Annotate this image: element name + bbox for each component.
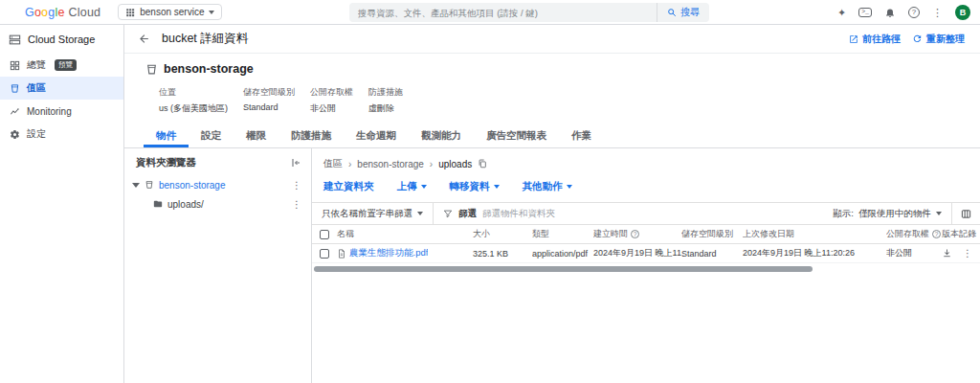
tab-permissions[interactable]: 權限 bbox=[234, 124, 278, 147]
external-arrow-icon bbox=[849, 34, 858, 44]
page-header: bucket 詳細資料 前往路徑 重新整理 bbox=[124, 25, 980, 54]
more-vert-icon[interactable]: ⋮ bbox=[290, 199, 303, 210]
select-all-checkbox[interactable] bbox=[320, 230, 329, 239]
breadcrumb-buckets[interactable]: 值區 bbox=[323, 157, 343, 170]
refresh-button[interactable]: 重新整理 bbox=[912, 33, 965, 46]
field-value: Standard bbox=[243, 102, 295, 112]
tab-lifecycle[interactable]: 生命週期 bbox=[344, 124, 409, 147]
page-title: bucket 詳細資料 bbox=[162, 31, 248, 47]
scrollbar-thumb[interactable] bbox=[314, 266, 813, 272]
tab-observability[interactable]: 觀測能力 bbox=[409, 124, 474, 147]
terminal-glyph: >_ bbox=[858, 8, 872, 18]
object-name-link[interactable]: 農業生態排功能.pdf bbox=[349, 247, 428, 259]
help-icon[interactable]: ? bbox=[932, 230, 941, 238]
back-arrow-icon[interactable] bbox=[138, 33, 150, 45]
breadcrumb-current-folder: uploads bbox=[438, 159, 472, 169]
help-icon[interactable]: ? bbox=[631, 230, 639, 238]
logo-letter: G bbox=[25, 6, 34, 19]
tab-operations[interactable]: 作業 bbox=[559, 124, 604, 147]
bucket-icon bbox=[145, 63, 158, 76]
sidebar-item-overview[interactable]: 總覽 預覽 bbox=[0, 54, 123, 77]
more-vert-icon[interactable]: ⋮ bbox=[290, 180, 303, 191]
folder-icon bbox=[153, 199, 163, 209]
transfer-data-button[interactable]: 轉移資料 bbox=[450, 180, 500, 193]
field-storage-class: 儲存空間級別 Standard bbox=[243, 86, 295, 115]
sidebar-item-buckets[interactable]: 值區 bbox=[0, 77, 123, 100]
field-value: 非公開 bbox=[310, 102, 353, 115]
bucket-icon bbox=[145, 180, 154, 190]
tree-folder-label[interactable]: uploads/ bbox=[167, 199, 204, 210]
chevron-down-icon bbox=[421, 185, 427, 189]
col-header-modified: 上次修改日期 bbox=[743, 228, 886, 240]
more-actions-button[interactable]: 其他動作 bbox=[523, 180, 572, 193]
notifications-bell-icon[interactable] bbox=[884, 7, 896, 18]
more-options-icon[interactable]: ⋮ bbox=[932, 8, 943, 18]
sidebar-item-monitoring[interactable]: Monitoring bbox=[0, 100, 123, 123]
preview-badge: 預覽 bbox=[55, 59, 77, 71]
columns-icon bbox=[961, 209, 971, 219]
chevron-down-icon bbox=[209, 11, 214, 14]
object-created: 2024年9月19日 晚上11:20:26 bbox=[593, 247, 681, 259]
tree-node-bucket[interactable]: benson-storage ⋮ bbox=[124, 175, 311, 194]
sidebar-item-settings[interactable]: 設定 bbox=[0, 123, 123, 146]
tab-inventory-reports[interactable]: 廣告空間報表 bbox=[474, 124, 559, 147]
goto-path-button[interactable]: 前往路徑 bbox=[849, 33, 901, 46]
product-title: Cloud Storage bbox=[0, 25, 123, 54]
sidebar-item-label: Monitoring bbox=[27, 106, 72, 117]
gemini-sparkle-icon[interactable]: ✦ bbox=[837, 8, 846, 18]
chevron-down-icon bbox=[494, 185, 500, 189]
breadcrumb-bucket-name[interactable]: benson-storage bbox=[357, 159, 424, 169]
table-header-row: 名稱 大小 類型 建立時間? 儲存空間級別 上次修改日期 公開存取權? 版本記錄 bbox=[312, 225, 980, 244]
more-actions-label: 其他動作 bbox=[523, 180, 563, 193]
pdf-file-icon bbox=[337, 249, 346, 259]
object-actions: 建立資料夾 上傳 轉移資料 其他動作 bbox=[312, 173, 980, 202]
collapse-panel-icon[interactable] bbox=[290, 157, 301, 169]
upload-button[interactable]: 上傳 bbox=[397, 180, 427, 193]
filter-funnel-icon bbox=[443, 209, 453, 218]
cloud-shell-icon[interactable]: >_ bbox=[858, 8, 872, 18]
project-grid-icon bbox=[125, 8, 135, 17]
field-label: 儲存空間級別 bbox=[243, 86, 295, 99]
tree-bucket-label[interactable]: benson-storage bbox=[159, 180, 226, 191]
search-button[interactable]: 搜尋 bbox=[657, 3, 709, 22]
col-header-storage-class: 儲存空間級別 bbox=[681, 228, 743, 240]
logo-letter: g bbox=[48, 6, 55, 19]
table-row: 農業生態排功能.pdf 325.1 KB application/pdf 202… bbox=[312, 244, 980, 263]
objects-pane: 值區 › benson-storage › uploads 建立資料夾 上傳 bbox=[312, 148, 980, 383]
row-actions: ⋮ bbox=[938, 244, 974, 262]
bucket-tabs: 物件 設定 權限 防護措施 生命週期 觀測能力 廣告空間報表 作業 bbox=[124, 124, 980, 148]
filter-scope-dropdown[interactable]: 只依名稱前置字串篩選 bbox=[312, 203, 434, 224]
search-icon bbox=[667, 8, 677, 17]
tab-objects[interactable]: 物件 bbox=[144, 124, 189, 147]
bucket-fields: 位置 us (多個美國地區) 儲存空間級別 Standard 公開存取權 非公開… bbox=[159, 86, 980, 115]
filter-bar: 只依名稱前置字串篩選 篩選 篩選物件和資料夾 顯示: 僅限使用中的物件 bbox=[312, 202, 980, 225]
show-objects-dropdown[interactable]: 顯示: 僅限使用中的物件 bbox=[823, 203, 951, 224]
col-header-public-access: 公開存取權? bbox=[886, 228, 942, 240]
download-icon[interactable] bbox=[942, 248, 952, 259]
account-avatar[interactable]: B bbox=[955, 5, 970, 20]
logo-letter: e bbox=[57, 6, 64, 19]
tab-configuration[interactable]: 設定 bbox=[189, 124, 234, 147]
object-public-access: 非公開 bbox=[886, 247, 942, 259]
tree-node-folder[interactable]: uploads/ ⋮ bbox=[124, 194, 311, 214]
row-checkbox[interactable] bbox=[320, 249, 329, 259]
filter-placeholder: 篩選物件和資料夾 bbox=[482, 208, 555, 220]
upload-label: 上傳 bbox=[397, 180, 417, 193]
tab-protection[interactable]: 防護措施 bbox=[278, 124, 344, 147]
chevron-down-icon bbox=[567, 185, 572, 189]
expander-icon[interactable] bbox=[132, 183, 140, 188]
copy-path-icon[interactable] bbox=[478, 159, 487, 169]
help-icon[interactable]: ? bbox=[908, 7, 920, 18]
google-cloud-logo[interactable]: Google Cloud bbox=[25, 6, 100, 19]
gear-icon bbox=[10, 129, 20, 140]
project-selector[interactable]: benson service bbox=[118, 4, 222, 20]
more-vert-icon[interactable]: ⋮ bbox=[961, 248, 974, 259]
column-settings-button[interactable] bbox=[951, 203, 980, 224]
dashboard-icon bbox=[10, 60, 20, 71]
filter-input-area[interactable]: 篩選 篩選物件和資料夾 bbox=[434, 208, 823, 220]
create-folder-button[interactable]: 建立資料夾 bbox=[323, 180, 374, 193]
topbar-icons: ✦ >_ ? ⋮ B bbox=[837, 0, 970, 25]
chevron-right-icon: › bbox=[348, 159, 351, 169]
search-input[interactable] bbox=[349, 8, 657, 18]
create-folder-label: 建立資料夾 bbox=[323, 180, 374, 193]
